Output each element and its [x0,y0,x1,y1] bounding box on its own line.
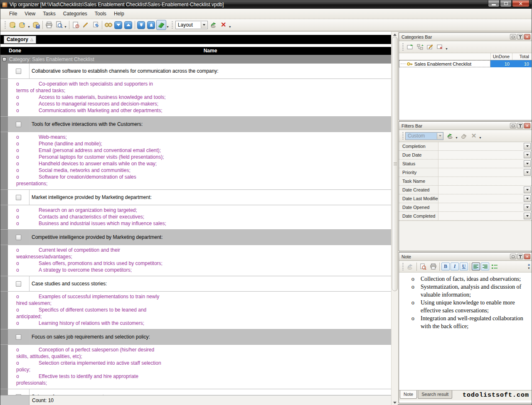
filter-dropdown-icon[interactable] [524,204,531,211]
menu-file[interactable]: File [5,10,21,18]
note-print-icon[interactable] [428,262,438,272]
filter-value-field[interactable] [438,160,532,168]
find-icon[interactable] [103,20,113,30]
filter-value-field[interactable] [438,151,532,159]
categories-restore-icon[interactable] [510,34,516,39]
column-header-done[interactable]: Done [0,47,30,55]
print-icon[interactable] [44,20,54,30]
task-row[interactable]: Collaborative software to establish chan… [0,64,391,79]
new-category-icon[interactable] [405,42,415,52]
task-row[interactable]: Sales performance management: [0,389,391,395]
print-preview-icon[interactable] [54,20,64,30]
align-left-icon[interactable] [472,263,480,270]
menu-categories[interactable]: Categories [59,10,91,18]
filter-dropdown-icon[interactable] [524,195,531,202]
task-checkbox[interactable] [16,195,21,200]
categories-pin-icon[interactable] [517,34,523,39]
delete-layout-icon[interactable]: ✕ [219,20,229,30]
task-row[interactable]: Tools for effective interactions with th… [0,117,391,132]
bold-icon[interactable]: B [441,263,450,270]
filter-value-field[interactable] [438,212,532,220]
layout-dropdown-icon[interactable]: ▼ [166,25,169,28]
delete-task-icon[interactable] [91,20,101,30]
filter-preset-combobox[interactable]: Custom [405,132,443,140]
menu-tools[interactable]: Tools [91,10,110,18]
layout-view-icon[interactable] [156,20,166,30]
filter-dropdown-icon[interactable] [524,160,531,167]
note-pin-icon[interactable] [517,254,523,259]
filter-value-field[interactable] [438,142,532,150]
filter-dropdown-icon[interactable] [524,143,531,150]
apply-layout-icon[interactable] [209,20,219,30]
collapse-group-icon[interactable]: − [2,57,6,61]
scrollbar-thumb[interactable] [392,37,398,291]
print-dropdown-icon[interactable]: ▼ [64,25,67,28]
filter-preset-arrow-icon[interactable] [437,133,443,139]
filters-pin-icon[interactable] [517,123,523,128]
filter-dropdown-icon[interactable] [524,152,531,158]
new-task-icon[interactable] [71,20,81,30]
undone-column-header[interactable]: UnDone [490,53,512,60]
filter-value-field[interactable] [438,203,532,211]
task-list-scrollbar[interactable] [391,32,398,405]
underline-icon[interactable]: U [460,263,468,270]
align-right-icon[interactable] [481,263,489,270]
delete-category-icon[interactable]: × [435,42,445,52]
tab-note[interactable]: Note [400,390,417,399]
clear-filter-icon[interactable] [459,131,469,141]
note-preview-icon[interactable] [418,262,428,272]
category-row-label-area[interactable]: Sales Enablement Checklist [399,60,490,67]
categories-close-icon[interactable]: × [524,34,530,39]
scroll-down-icon[interactable] [392,400,398,405]
bullet-list-icon[interactable] [490,262,500,272]
edit-category-icon[interactable] [425,42,435,52]
filters-toolbar-overflow-icon[interactable]: ▼ [479,136,482,139]
move-down-icon[interactable] [113,20,123,30]
filter-value-field[interactable] [438,194,532,203]
italic-icon[interactable]: I [451,263,459,270]
filters-close-icon[interactable]: × [524,123,530,128]
title-bar[interactable]: Vip organizer [M:\Vlad\Checklists\Sales … [0,0,532,9]
group-by-category-button[interactable]: Category △ [4,36,36,44]
new-subcategory-icon[interactable]: + [415,42,425,52]
filter-dropdown-icon[interactable] [524,213,531,219]
note-close-icon[interactable]: × [524,254,530,259]
category-row[interactable]: Sales Enablement Checklist1010 [399,60,532,67]
apply-filter-icon[interactable] [445,131,455,141]
move-up-icon[interactable] [123,20,133,30]
note-restore-icon[interactable] [510,254,516,259]
minimize-button[interactable] [488,0,500,7]
apply-filter-dropdown-icon[interactable]: ▼ [455,136,458,139]
move-top-icon[interactable] [146,20,156,30]
task-checkbox[interactable] [16,69,21,74]
task-checkbox[interactable] [16,281,21,287]
restore-button[interactable] [500,0,512,7]
layout-combobox-arrow-icon[interactable] [201,22,207,28]
note-apply-icon[interactable] [405,262,415,272]
total-column-header[interactable]: Total [512,53,532,60]
tab-search-result[interactable]: Search result [418,390,452,399]
category-group-row[interactable]: − Category: Sales Enablement Checklist [0,55,391,64]
task-row[interactable]: Focus on sales job requirements and sele… [0,329,391,345]
delete-filter-icon[interactable]: ✕ [469,131,479,141]
edit-task-icon[interactable] [81,20,91,30]
task-checkbox[interactable] [16,334,21,340]
filter-value-field[interactable] [438,177,532,185]
filter-dropdown-icon[interactable] [524,169,531,176]
menu-help[interactable]: Help [110,10,128,18]
task-row[interactable]: Case studies and success stories: [0,276,391,292]
save-database-icon[interactable] [31,20,41,30]
filter-value-field[interactable] [438,186,532,194]
note-toolbar-overflow-icon[interactable]: »▼ [527,263,530,270]
menu-view[interactable]: View [21,10,39,18]
move-bottom-icon[interactable] [136,20,146,30]
close-button[interactable]: ✕ [512,0,530,7]
new-database-icon[interactable]: + [7,20,17,30]
task-row[interactable]: Market intelligence provided by Marketin… [0,190,391,205]
menu-tasks[interactable]: Tasks [39,10,59,18]
open-database-dropdown-icon[interactable]: ▼ [27,25,30,28]
open-database-icon[interactable] [17,20,27,30]
filter-value-field[interactable] [438,168,532,177]
task-row[interactable]: Competitive intelligence provided by Mar… [0,230,391,245]
task-checkbox[interactable] [16,235,21,240]
